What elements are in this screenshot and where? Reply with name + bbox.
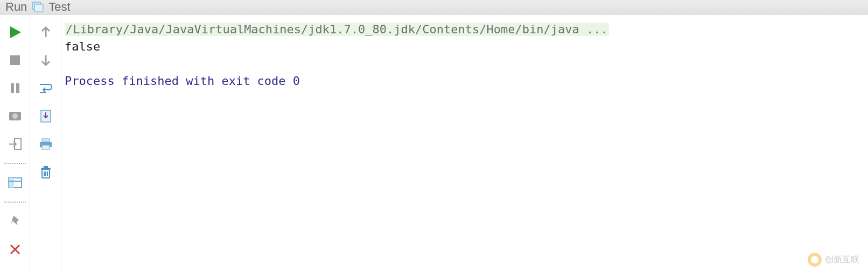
run-toolbar-left — [0, 15, 30, 272]
run-tool-window-body: /Library/Java/JavaVirtualMachines/jdk1.7… — [0, 15, 868, 272]
run-config-name: Test — [48, 0, 70, 14]
svg-rect-10 — [9, 178, 14, 188]
svg-rect-16 — [42, 139, 50, 142]
console-command-line: /Library/Java/JavaVirtualMachines/jdk1.7… — [65, 23, 609, 36]
print-button[interactable] — [37, 135, 55, 153]
scroll-to-end-button[interactable] — [37, 107, 55, 125]
toolbar-separator — [4, 163, 26, 164]
svg-rect-3 — [10, 55, 20, 65]
pause-button[interactable] — [6, 79, 24, 97]
stop-button[interactable] — [6, 51, 24, 69]
more-button[interactable] — [6, 268, 24, 272]
console-exit-line: Process finished with exit code 0 — [65, 73, 865, 90]
svg-rect-24 — [44, 166, 48, 168]
pin-button[interactable] — [6, 212, 24, 231]
svg-rect-4 — [11, 83, 14, 93]
svg-rect-23 — [41, 168, 51, 169]
svg-rect-5 — [16, 83, 19, 93]
up-stacktrace-button[interactable] — [37, 23, 55, 41]
run-config-icon — [31, 2, 44, 12]
svg-rect-1 — [34, 4, 43, 12]
rerun-button[interactable] — [6, 23, 24, 41]
layout-button[interactable] — [6, 174, 24, 192]
clear-all-button[interactable] — [37, 163, 55, 181]
watermark: 创新互联 — [808, 253, 859, 267]
svg-point-7 — [12, 113, 18, 119]
console-toolbar — [30, 15, 61, 272]
tool-window-header: Run Test — [0, 0, 868, 15]
watermark-icon — [808, 253, 822, 267]
svg-rect-18 — [42, 145, 50, 149]
svg-marker-2 — [10, 26, 21, 38]
close-button[interactable] — [6, 240, 24, 259]
run-label: Run — [5, 0, 27, 14]
soft-wrap-button[interactable] — [37, 79, 55, 97]
watermark-text: 创新互联 — [825, 254, 859, 266]
down-stacktrace-button[interactable] — [37, 51, 55, 69]
dump-threads-button[interactable] — [6, 107, 24, 125]
console-stdout-line: false — [65, 38, 865, 55]
console-output[interactable]: /Library/Java/JavaVirtualMachines/jdk1.7… — [61, 15, 868, 272]
toolbar-separator — [4, 202, 26, 203]
exit-button[interactable] — [6, 135, 24, 153]
